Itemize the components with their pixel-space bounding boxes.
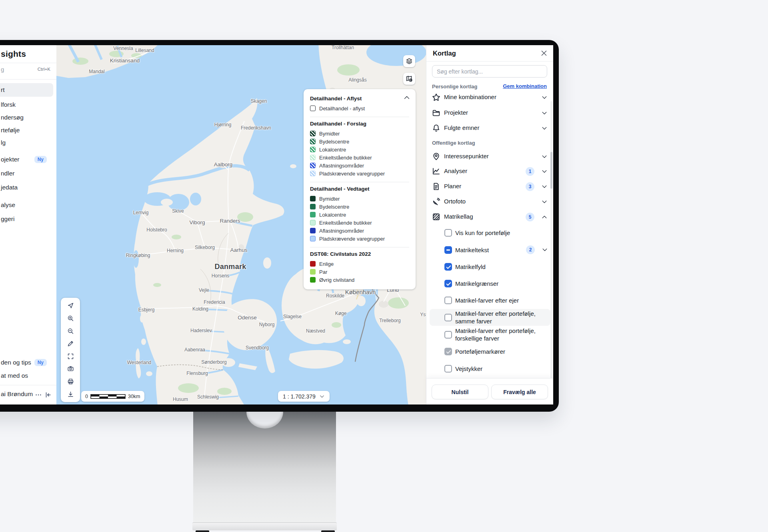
- historic-maps-button[interactable]: [403, 73, 415, 85]
- draw-button[interactable]: [64, 338, 76, 349]
- layer-option-portef-ljemark-rer[interactable]: Porteføljemarkører: [430, 343, 550, 359]
- chev-down-icon: [541, 183, 548, 190]
- sidebar-footer-item-0[interactable]: den og tipsNy: [0, 356, 53, 369]
- layer-option-vis-kun-for-portef-lje[interactable]: Vis kun for portefølje: [430, 225, 550, 241]
- print-button[interactable]: [64, 376, 76, 387]
- city-label-frederikshavn: Frederikshavn: [241, 125, 271, 131]
- legend-swatch: [310, 131, 316, 136]
- panel-scrollbar-track[interactable]: [550, 101, 552, 379]
- city-label-lemvig: Lemvig: [133, 210, 149, 215]
- divider: [0, 385, 56, 385]
- legend-item: Aflastningsområder: [310, 227, 409, 235]
- sidebar-item-lforsk[interactable]: lforsk: [0, 98, 53, 112]
- chev-up-icon: [541, 214, 548, 220]
- chevron-down-icon[interactable]: [541, 199, 548, 205]
- legend-item: Bymidter: [310, 130, 409, 137]
- checkbox[interactable]: [444, 314, 452, 321]
- checkbox[interactable]: [444, 331, 452, 339]
- layer-group-ortofoto[interactable]: Ortofoto: [426, 194, 553, 209]
- search-shortcut-hint: Ctrl+K: [38, 67, 50, 72]
- legend-swatch: [310, 163, 316, 168]
- sidebar-search-input[interactable]: g: [1, 66, 4, 73]
- sidebar-item-ojekter[interactable]: ojekterNy: [0, 153, 53, 166]
- chevron-down-icon[interactable]: [542, 247, 548, 253]
- map-canvas[interactable]: VenneslaLillesandKristiansandMandalTroll…: [56, 45, 426, 404]
- sidebar-item-rteflje[interactable]: rtefølje: [0, 124, 53, 137]
- layer-option-matrikel-farver-efter-ejer[interactable]: Matrikel-farver efter ejer: [430, 292, 550, 308]
- new-badge: Ny: [34, 359, 47, 366]
- user-more-button[interactable]: [35, 391, 44, 399]
- chevron-down-icon[interactable]: [541, 168, 548, 175]
- sidebar-item-lg[interactable]: lg: [0, 136, 53, 149]
- checkbox[interactable]: [444, 229, 452, 237]
- chevron-down-icon[interactable]: [541, 125, 548, 132]
- city-label-randers: Randers: [220, 218, 240, 224]
- legend-swatch: [310, 139, 316, 144]
- legend-section-title: DST08: Civilstatus 2022: [310, 251, 409, 257]
- save-combination-link[interactable]: Gem kombination: [503, 83, 547, 89]
- layer-group-mine-kombinationer[interactable]: Mine kombinationer: [426, 90, 553, 105]
- layer-group-interessepunkter[interactable]: Interessepunkter: [426, 149, 553, 164]
- sidebar-collapse-button[interactable]: [44, 391, 53, 399]
- checkbox[interactable]: [444, 246, 452, 254]
- sidebar-footer-item-1[interactable]: at med os: [0, 369, 53, 383]
- personal-section-label: Personlige kortlag: [432, 84, 477, 90]
- city-label-hjrring: Hjørring: [214, 122, 232, 128]
- sidebar-item-ndersg[interactable]: ndersøg: [0, 111, 53, 124]
- chevron-down-icon[interactable]: [541, 183, 548, 190]
- layer-option-matrikel-farver-efter-portef-lje-samme-f[interactable]: Matrikel-farver efter portefølje, samme …: [430, 309, 550, 326]
- layer-option-matrikel-farver-efter-portef-lje-forskel[interactable]: Matrikel-farver efter portefølje, forske…: [430, 326, 550, 343]
- new-badge: Ny: [34, 156, 47, 163]
- legend-item: Par: [310, 268, 409, 276]
- fullscreen-button[interactable]: [64, 351, 76, 362]
- legend-item: Enkeltstående butikker: [310, 153, 409, 161]
- kortlag-search-input[interactable]: [432, 65, 547, 78]
- checkbox[interactable]: [444, 365, 452, 373]
- user-name[interactable]: ai Brøndum: [1, 391, 33, 398]
- chevron-down-icon[interactable]: [541, 94, 548, 101]
- layer-option-matrikelgr-nser[interactable]: Matrikelgrænser: [430, 275, 550, 291]
- reset-button[interactable]: Nulstil: [432, 385, 488, 399]
- checkbox[interactable]: [444, 297, 452, 304]
- layer-group-matrikellag[interactable]: Matrikellag5: [426, 209, 553, 225]
- chevron-down-icon[interactable]: [541, 153, 548, 160]
- chevron-down-icon[interactable]: [541, 110, 548, 116]
- checkbox[interactable]: [444, 263, 452, 271]
- sidebar-item-label: ndersøg: [1, 114, 24, 121]
- sidebar-item-jedata[interactable]: jedata: [0, 181, 53, 194]
- sidebar-item-rt[interactable]: rt: [0, 83, 53, 97]
- deselect-all-button[interactable]: Fravælg alle: [491, 385, 548, 399]
- scale-ratio-dropdown[interactable]: 1 : 1.702.379: [278, 391, 330, 402]
- layer-group-planer[interactable]: Planer3: [426, 179, 553, 194]
- layer-group-analyser[interactable]: Analyser1: [426, 164, 553, 179]
- legend-swatch: [310, 106, 316, 111]
- legend-collapse-button[interactable]: [403, 94, 410, 101]
- zoom-in-button[interactable]: [64, 313, 76, 324]
- chevron-up-icon[interactable]: [541, 214, 548, 220]
- layer-option-matrikeltekst[interactable]: Matrikeltekst2: [430, 242, 550, 258]
- legend-item-label: Bydelscentre: [319, 204, 349, 210]
- legend-swatch: [310, 220, 316, 225]
- checkbox[interactable]: [444, 348, 452, 355]
- zoom-out-button[interactable]: [64, 325, 76, 337]
- panel-scrollbar-thumb[interactable]: [550, 152, 552, 189]
- layer-group-fulgte-emner[interactable]: Fulgte emner: [426, 121, 553, 136]
- sidebar-item-alyse[interactable]: alyse: [0, 198, 53, 212]
- sidebar-item-label: ojekter: [1, 156, 20, 163]
- monitor-stand: [193, 412, 336, 522]
- close-icon[interactable]: [541, 50, 548, 57]
- layer-option-vejstykker[interactable]: Vejstykker: [430, 361, 550, 377]
- sidebar-item-ggeri[interactable]: ggeri: [0, 212, 53, 226]
- layer-option-label: Matrikelfyld: [455, 263, 486, 271]
- screenshot-button[interactable]: [64, 363, 76, 375]
- city-label-nyborg: Nyborg: [259, 322, 275, 327]
- chev-down-icon: [319, 394, 325, 399]
- layer-group-projekter[interactable]: Projekter: [426, 106, 553, 121]
- layer-option-matrikelfyld[interactable]: Matrikelfyld: [430, 259, 550, 275]
- download-button[interactable]: [64, 389, 76, 400]
- locate-button[interactable]: [64, 300, 76, 311]
- layers-button[interactable]: [403, 55, 415, 67]
- sidebar-item-ndler[interactable]: ndler: [0, 167, 53, 180]
- checkbox[interactable]: [444, 280, 452, 287]
- legend-divider: [310, 247, 409, 247]
